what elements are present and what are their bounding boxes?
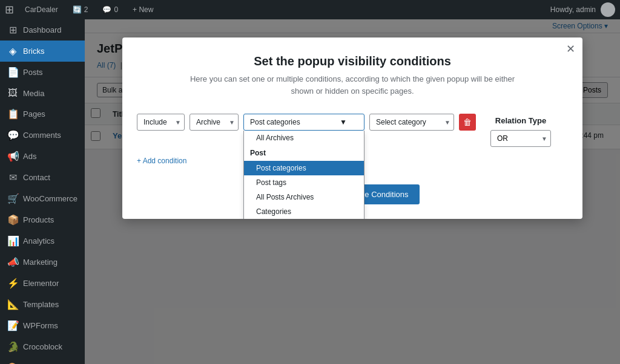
modal-overlay: ✕ Set the popup visibility conditions He… (85, 19, 620, 364)
sidebar-item-analytics[interactable]: 📊 Analytics (0, 230, 85, 252)
option-post-tags[interactable]: Post tags (244, 175, 364, 190)
sidebar-item-contact[interactable]: ✉ Contact (0, 167, 85, 188)
wp-logo-icon: ⊞ (5, 3, 14, 16)
sidebar-item-label: Posts (23, 68, 43, 77)
elementor-icon: ⚡ (7, 278, 18, 289)
sidebar-item-label: Elementor (23, 279, 59, 288)
option-all-archives[interactable]: All Archives (244, 131, 364, 145)
delete-condition-button[interactable]: 🗑 (459, 114, 476, 131)
condition-row: Include Exclude ▼ Archive Singular Page (137, 114, 568, 147)
dashboard-icon: ⊞ (7, 24, 18, 36)
products-icon: 📦 (7, 214, 18, 226)
sidebar-item-label: Dashboard (23, 25, 62, 34)
sidebar-item-appearance[interactable]: 🎨 Appearance (0, 357, 85, 364)
modal-close-button[interactable]: ✕ (566, 44, 575, 54)
sidebar-item-label: Crocoblock (23, 342, 62, 351)
sidebar-item-posts[interactable]: 📄 Posts (0, 62, 85, 83)
crocoblock-icon: 🐊 (7, 341, 18, 353)
option-categories[interactable]: Categories (244, 204, 364, 219)
sidebar-item-label: Comments (23, 131, 61, 140)
sidebar-item-label: Products (23, 215, 54, 224)
adminbar-site[interactable]: CarDealer (21, 0, 62, 19)
sidebar-item-templates[interactable]: 📐 Templates (0, 294, 85, 315)
relation-section: Relation Type OR AND ▼ (490, 116, 551, 147)
sidebar-item-woocommerce[interactable]: 🛒 WooCommerce (0, 188, 85, 209)
howdy-text: Howdy, admin (550, 5, 596, 14)
sidebar-item-media[interactable]: 🖼 Media (0, 83, 85, 103)
post-type-dropdown-trigger[interactable]: Post categories ▼ (243, 114, 364, 131)
ads-icon: 📢 (7, 151, 18, 162)
modal-title: Set the popup visibility conditions (147, 54, 558, 68)
adminbar-comments[interactable]: 💬 0 (99, 0, 122, 19)
comments-icon: 💬 (7, 129, 18, 141)
sidebar: ⊞ Dashboard ◈ Bricks 📄 Posts 🖼 Media 📋 P… (0, 19, 85, 364)
posts-icon: 📄 (7, 67, 18, 78)
sidebar-item-label: Pages (23, 109, 45, 119)
modal-header: Set the popup visibility conditions Here… (122, 37, 582, 104)
sidebar-item-comments[interactable]: 💬 Comments (0, 125, 85, 146)
sidebar-item-label: Marketing (23, 258, 58, 267)
relation-type-label: Relation Type (490, 116, 551, 125)
sidebar-item-marketing[interactable]: 📣 Marketing (0, 252, 85, 273)
sidebar-item-dashboard[interactable]: ⊞ Dashboard (0, 19, 85, 41)
select-category-select[interactable]: Select category (369, 114, 454, 131)
pages-icon: 📋 (7, 108, 18, 120)
adminbar-right: Howdy, admin (550, 2, 615, 17)
sidebar-item-label: WPForms (23, 321, 58, 330)
archive-select[interactable]: Archive Singular Page (190, 114, 239, 131)
media-icon: 🖼 (7, 88, 18, 99)
adminbar-new[interactable]: + New (129, 0, 157, 19)
sidebar-item-label: Templates (23, 300, 59, 309)
modal-body: Include Exclude ▼ Archive Singular Page (122, 104, 582, 175)
sidebar-item-crocoblock[interactable]: 🐊 Crocoblock (0, 336, 85, 357)
site-name: CarDealer (25, 5, 58, 14)
post-type-caret-icon: ▼ (340, 118, 347, 126)
post-type-dropdown-wrapper: Post categories ▼ All Archives Post Post… (243, 114, 364, 131)
sidebar-item-pages[interactable]: 📋 Pages (0, 103, 85, 125)
content-area: Screen Options ▾ JetPopup Create New Pop… (85, 19, 620, 364)
archive-select-wrapper: Archive Singular Page ▼ (190, 114, 239, 131)
sidebar-item-wpforms[interactable]: 📝 WPForms (0, 315, 85, 336)
post-type-dropdown-list: All Archives Post Post categories Post t… (243, 131, 364, 219)
marketing-icon: 📣 (7, 256, 18, 268)
templates-icon: 📐 (7, 299, 18, 310)
sidebar-item-products[interactable]: 📦 Products (0, 209, 85, 230)
bricks-icon: ◈ (7, 45, 18, 57)
select-category-wrapper: Select category ▼ (369, 114, 454, 131)
relation-type-select[interactable]: OR AND (490, 130, 551, 147)
relation-type-wrapper: OR AND ▼ (490, 130, 551, 147)
woocommerce-icon: 🛒 (7, 193, 18, 204)
include-select-wrapper: Include Exclude ▼ (137, 114, 185, 131)
adminbar-updates[interactable]: 🔄 2 (69, 0, 92, 19)
sidebar-item-ads[interactable]: 📢 Ads (0, 146, 85, 167)
sidebar-item-label: Media (23, 89, 44, 98)
add-condition-button[interactable]: + Add condition (137, 157, 186, 165)
modal-dialog: ✕ Set the popup visibility conditions He… (122, 37, 582, 219)
option-post-categories[interactable]: Post categories (244, 161, 364, 175)
avatar (601, 2, 615, 17)
include-select[interactable]: Include Exclude (137, 114, 185, 131)
wpforms-icon: 📝 (7, 320, 18, 331)
analytics-icon: 📊 (7, 235, 18, 247)
sidebar-item-bricks[interactable]: ◈ Bricks (0, 41, 85, 62)
sidebar-item-label: Ads (23, 152, 36, 161)
sidebar-item-label: Bricks (23, 47, 44, 56)
admin-bar: ⊞ CarDealer 🔄 2 💬 0 + New Howdy, admin (0, 0, 620, 19)
sidebar-item-elementor[interactable]: ⚡ Elementor (0, 273, 85, 294)
post-type-selected-label: Post categories (250, 118, 300, 126)
group-post: Post (244, 145, 364, 161)
sidebar-item-label: WooCommerce (23, 194, 78, 203)
modal-subtitle: Here you can set one or multiple conditi… (147, 73, 558, 97)
contact-icon: ✉ (7, 172, 18, 183)
sidebar-item-label: Contact (23, 173, 50, 182)
option-all-posts-archives[interactable]: All Posts Archives (244, 190, 364, 204)
sidebar-item-label: Analytics (23, 236, 54, 245)
